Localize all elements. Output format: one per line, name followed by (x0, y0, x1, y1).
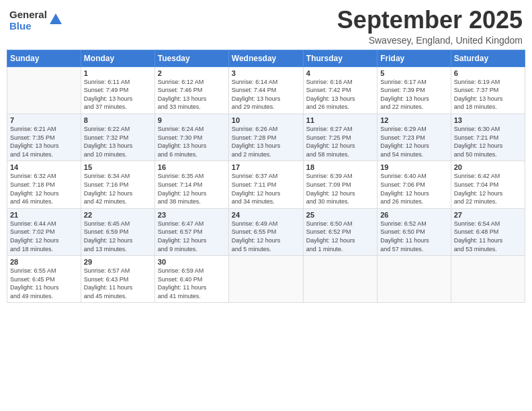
calendar-cell: 5Sunrise: 6:17 AMSunset: 7:39 PMDaylight… (378, 66, 451, 113)
header-wednesday: Wednesday (228, 50, 303, 66)
page-header: General Blue September 2025 Swavesey, En… (7, 7, 525, 46)
day-number: 4 (306, 69, 374, 77)
day-info: Sunrise: 6:45 AMSunset: 6:59 PMDaylight:… (84, 220, 152, 253)
calendar-cell: 22Sunrise: 6:45 AMSunset: 6:59 PMDayligh… (81, 208, 154, 255)
day-info: Sunrise: 6:47 AMSunset: 6:57 PMDaylight:… (158, 220, 226, 253)
day-info: Sunrise: 6:54 AMSunset: 6:48 PMDaylight:… (454, 220, 522, 253)
day-number: 3 (232, 69, 300, 77)
day-number: 7 (10, 116, 78, 124)
day-info: Sunrise: 6:27 AMSunset: 7:25 PMDaylight:… (306, 125, 374, 158)
day-info: Sunrise: 6:22 AMSunset: 7:32 PMDaylight:… (84, 125, 152, 158)
calendar-week-2: 7Sunrise: 6:21 AMSunset: 7:35 PMDaylight… (7, 113, 525, 161)
day-info: Sunrise: 6:42 AMSunset: 7:04 PMDaylight:… (454, 172, 522, 205)
calendar-cell: 6Sunrise: 6:19 AMSunset: 7:37 PMDaylight… (451, 66, 525, 113)
calendar-cell: 25Sunrise: 6:50 AMSunset: 6:52 PMDayligh… (303, 208, 377, 255)
calendar-cell: 7Sunrise: 6:21 AMSunset: 7:35 PMDaylight… (7, 113, 81, 161)
calendar-cell: 10Sunrise: 6:26 AMSunset: 7:28 PMDayligh… (228, 113, 303, 161)
day-number: 19 (380, 163, 447, 171)
day-number: 16 (158, 163, 226, 171)
day-info: Sunrise: 6:37 AMSunset: 7:11 PMDaylight:… (232, 172, 300, 205)
month-title: September 2025 (337, 7, 523, 34)
calendar-cell: 18Sunrise: 6:39 AMSunset: 7:09 PMDayligh… (303, 161, 377, 208)
calendar-week-3: 14Sunrise: 6:32 AMSunset: 7:18 PMDayligh… (7, 161, 525, 208)
day-info: Sunrise: 6:11 AMSunset: 7:49 PMDaylight:… (84, 78, 152, 111)
day-number: 30 (158, 258, 226, 266)
calendar-cell: 4Sunrise: 6:16 AMSunset: 7:42 PMDaylight… (303, 66, 377, 113)
calendar-cell: 13Sunrise: 6:30 AMSunset: 7:21 PMDayligh… (451, 113, 525, 161)
calendar-cell (7, 66, 81, 113)
logo-icon (48, 12, 63, 30)
day-info: Sunrise: 6:29 AMSunset: 7:23 PMDaylight:… (380, 125, 447, 158)
day-info: Sunrise: 6:52 AMSunset: 6:50 PMDaylight:… (380, 220, 447, 253)
header-sunday: Sunday (7, 50, 81, 66)
header-friday: Friday (378, 50, 451, 66)
day-number: 5 (380, 69, 447, 77)
svg-marker-0 (50, 13, 62, 24)
day-number: 13 (454, 116, 522, 124)
day-info: Sunrise: 6:34 AMSunset: 7:16 PMDaylight:… (84, 172, 152, 205)
day-number: 18 (306, 163, 374, 171)
header-tuesday: Tuesday (154, 50, 228, 66)
day-info: Sunrise: 6:24 AMSunset: 7:30 PMDaylight:… (158, 125, 226, 158)
day-number: 22 (84, 211, 152, 219)
day-info: Sunrise: 6:26 AMSunset: 7:28 PMDaylight:… (232, 125, 300, 158)
calendar-cell: 27Sunrise: 6:54 AMSunset: 6:48 PMDayligh… (451, 208, 525, 255)
day-number: 25 (306, 211, 374, 219)
calendar-cell: 14Sunrise: 6:32 AMSunset: 7:18 PMDayligh… (7, 161, 81, 208)
day-info: Sunrise: 6:12 AMSunset: 7:46 PMDaylight:… (158, 78, 226, 111)
calendar-cell (451, 256, 525, 303)
day-info: Sunrise: 6:30 AMSunset: 7:21 PMDaylight:… (454, 125, 522, 158)
day-number: 28 (10, 258, 78, 266)
calendar-week-4: 21Sunrise: 6:44 AMSunset: 7:02 PMDayligh… (7, 208, 525, 255)
logo-general-text: General (9, 9, 47, 21)
title-block: September 2025 Swavesey, England, United… (337, 7, 523, 46)
calendar-cell: 30Sunrise: 6:59 AMSunset: 6:40 PMDayligh… (154, 256, 228, 303)
day-info: Sunrise: 6:57 AMSunset: 6:43 PMDaylight:… (84, 267, 152, 300)
day-info: Sunrise: 6:35 AMSunset: 7:14 PMDaylight:… (158, 172, 226, 205)
day-number: 17 (232, 163, 300, 171)
calendar-week-1: 1Sunrise: 6:11 AMSunset: 7:49 PMDaylight… (7, 66, 525, 113)
calendar-cell: 11Sunrise: 6:27 AMSunset: 7:25 PMDayligh… (303, 113, 377, 161)
calendar-cell: 20Sunrise: 6:42 AMSunset: 7:04 PMDayligh… (451, 161, 525, 208)
calendar-cell: 16Sunrise: 6:35 AMSunset: 7:14 PMDayligh… (154, 161, 228, 208)
calendar-cell: 28Sunrise: 6:55 AMSunset: 6:45 PMDayligh… (7, 256, 81, 303)
header-thursday: Thursday (303, 50, 377, 66)
day-number: 27 (454, 211, 522, 219)
day-info: Sunrise: 6:49 AMSunset: 6:55 PMDaylight:… (232, 220, 300, 253)
calendar-cell: 12Sunrise: 6:29 AMSunset: 7:23 PMDayligh… (378, 113, 451, 161)
day-info: Sunrise: 6:19 AMSunset: 7:37 PMDaylight:… (454, 78, 522, 111)
day-number: 1 (84, 69, 152, 77)
day-number: 10 (232, 116, 300, 124)
day-info: Sunrise: 6:32 AMSunset: 7:18 PMDaylight:… (10, 172, 78, 205)
calendar-cell: 29Sunrise: 6:57 AMSunset: 6:43 PMDayligh… (81, 256, 154, 303)
calendar-cell: 26Sunrise: 6:52 AMSunset: 6:50 PMDayligh… (378, 208, 451, 255)
calendar-cell: 21Sunrise: 6:44 AMSunset: 7:02 PMDayligh… (7, 208, 81, 255)
calendar-cell: 23Sunrise: 6:47 AMSunset: 6:57 PMDayligh… (154, 208, 228, 255)
day-info: Sunrise: 6:44 AMSunset: 7:02 PMDaylight:… (10, 220, 78, 253)
header-saturday: Saturday (451, 50, 525, 66)
location-text: Swavesey, England, United Kingdom (337, 35, 523, 46)
day-number: 15 (84, 163, 152, 171)
day-number: 2 (158, 69, 226, 77)
calendar-week-5: 28Sunrise: 6:55 AMSunset: 6:45 PMDayligh… (7, 256, 525, 303)
day-info: Sunrise: 6:39 AMSunset: 7:09 PMDaylight:… (306, 172, 374, 205)
calendar-cell: 24Sunrise: 6:49 AMSunset: 6:55 PMDayligh… (228, 208, 303, 255)
day-info: Sunrise: 6:17 AMSunset: 7:39 PMDaylight:… (380, 78, 447, 111)
logo-blue-text: Blue (9, 21, 47, 32)
calendar-cell (228, 256, 303, 303)
calendar-cell: 8Sunrise: 6:22 AMSunset: 7:32 PMDaylight… (81, 113, 154, 161)
day-number: 11 (306, 116, 374, 124)
calendar-cell: 17Sunrise: 6:37 AMSunset: 7:11 PMDayligh… (228, 161, 303, 208)
calendar-cell: 1Sunrise: 6:11 AMSunset: 7:49 PMDaylight… (81, 66, 154, 113)
day-number: 14 (10, 163, 78, 171)
calendar-cell: 2Sunrise: 6:12 AMSunset: 7:46 PMDaylight… (154, 66, 228, 113)
calendar-header-row: SundayMondayTuesdayWednesdayThursdayFrid… (7, 50, 525, 66)
day-number: 12 (380, 116, 447, 124)
logo: General Blue (9, 9, 63, 32)
day-info: Sunrise: 6:16 AMSunset: 7:42 PMDaylight:… (306, 78, 374, 111)
day-number: 9 (158, 116, 226, 124)
calendar-cell: 9Sunrise: 6:24 AMSunset: 7:30 PMDaylight… (154, 113, 228, 161)
day-info: Sunrise: 6:55 AMSunset: 6:45 PMDaylight:… (10, 267, 78, 300)
calendar-cell: 19Sunrise: 6:40 AMSunset: 7:06 PMDayligh… (378, 161, 451, 208)
calendar-cell (378, 256, 451, 303)
